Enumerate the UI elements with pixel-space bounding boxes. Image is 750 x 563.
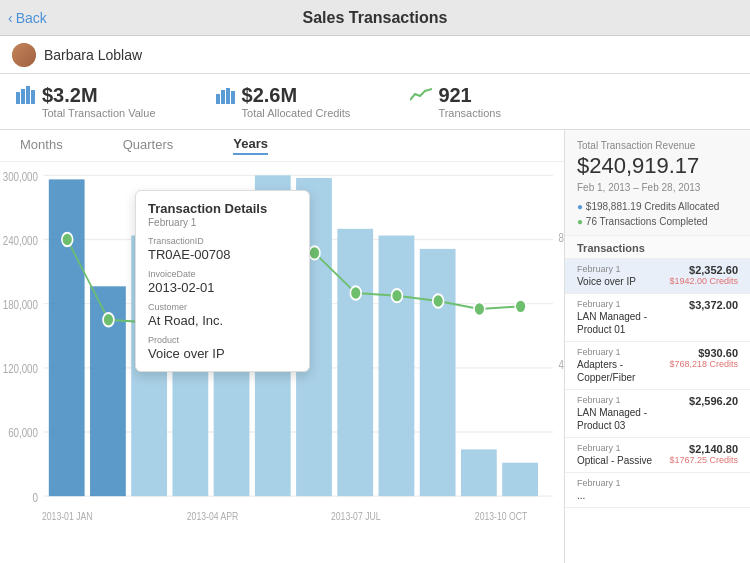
- tab-years[interactable]: Years: [233, 136, 268, 155]
- tx-dot: ●: [577, 216, 586, 227]
- transaction-list[interactable]: February 1 Voice over IP $2,352.60 $1942…: [565, 259, 750, 563]
- tx-credit-4: $1767.25 Credits: [669, 455, 738, 465]
- svg-rect-2: [26, 86, 30, 104]
- tx-item-1[interactable]: February 1 LAN Managed - Product 01 $3,3…: [565, 294, 750, 342]
- credits-amount: $2.6M: [242, 84, 351, 106]
- tx-date-5: February 1: [577, 478, 738, 488]
- svg-text:40: 40: [559, 358, 564, 371]
- tx-amount-0: $2,352.60: [669, 264, 738, 276]
- svg-text:2013-07 JUL: 2013-07 JUL: [331, 510, 381, 522]
- back-button[interactable]: ‹ Back: [8, 10, 47, 26]
- chart-area: Months Quarters Years 300,000 240,000 18…: [0, 130, 565, 563]
- main-content: Months Quarters Years 300,000 240,000 18…: [0, 130, 750, 563]
- transactions-count: 921: [438, 84, 501, 106]
- svg-text:2013-10 OCT: 2013-10 OCT: [475, 510, 528, 522]
- svg-rect-5: [221, 90, 225, 104]
- tx-name-4: Optical - Passive: [577, 454, 669, 467]
- svg-text:300,000: 300,000: [3, 170, 38, 183]
- tx-name-1: LAN Managed - Product 01: [577, 310, 683, 336]
- popup-field-label-0: TransactionID: [148, 236, 297, 246]
- tx-date-0: February 1: [577, 264, 669, 274]
- svg-text:240,000: 240,000: [3, 234, 38, 247]
- popup-field-label-2: Customer: [148, 302, 297, 312]
- chart-container: 300,000 240,000 180,000 120,000 60,000 0…: [0, 162, 564, 563]
- tx-item-3[interactable]: February 1 LAN Managed - Product 03 $2,5…: [565, 390, 750, 438]
- tx-date-4: February 1: [577, 443, 669, 453]
- tx-credit-2: $768,218 Credits: [669, 359, 738, 369]
- tx-amount-4: $2,140.80: [669, 443, 738, 455]
- tab-row: Months Quarters Years: [0, 130, 564, 162]
- stat-total-value: $3.2M Total Transaction Value: [16, 84, 156, 119]
- tx-amount-2: $930.60: [669, 347, 738, 359]
- svg-text:2013-04 APR: 2013-04 APR: [187, 510, 239, 522]
- tab-quarters[interactable]: Quarters: [123, 137, 174, 154]
- transactions-label: Transactions: [438, 107, 501, 119]
- bar-8[interactable]: [337, 229, 373, 496]
- popup-subtitle: February 1: [148, 217, 297, 228]
- tx-name-3: LAN Managed - Product 03: [577, 406, 683, 432]
- svg-rect-4: [216, 94, 220, 104]
- tx-date-1: February 1: [577, 299, 683, 309]
- tab-months[interactable]: Months: [20, 137, 63, 154]
- tx-name-5: ...: [577, 489, 738, 502]
- transactions-section-label: Transactions: [565, 236, 750, 259]
- total-value-label: Total Transaction Value: [42, 107, 156, 119]
- svg-point-29: [350, 286, 361, 299]
- tx-credit-0: $1942.00 Credits: [669, 276, 738, 286]
- revenue-value: $240,919.17: [577, 153, 738, 179]
- svg-rect-1: [21, 89, 25, 104]
- tx-item-4[interactable]: February 1 Optical - Passive $2,140.80 $…: [565, 438, 750, 473]
- svg-rect-6: [226, 88, 230, 104]
- transaction-popup: Transaction Details February 1 Transacti…: [135, 190, 310, 372]
- svg-point-30: [392, 289, 403, 302]
- avatar: [12, 43, 36, 67]
- tx-name-0: Voice over IP: [577, 275, 669, 288]
- revenue-stats: ● $198,881.19 Credits Allocated ● 76 Tra…: [577, 199, 738, 229]
- credits-stat: ● $198,881.19 Credits Allocated: [577, 199, 738, 214]
- tx-amount-3: $2,596.20: [683, 395, 738, 407]
- popup-field-label-1: InvoiceDate: [148, 269, 297, 279]
- popup-field-value-0: TR0AE-00708: [148, 247, 297, 262]
- trend-icon: [410, 86, 432, 107]
- right-panel: Total Transaction Revenue $240,919.17 Fe…: [565, 130, 750, 563]
- tx-item-5[interactable]: February 1 ...: [565, 473, 750, 508]
- popup-field-value-1: 2013-02-01: [148, 280, 297, 295]
- svg-text:80: 80: [559, 231, 564, 244]
- popup-field-value-3: Voice over IP: [148, 346, 297, 361]
- tx-name-2: Adapters - Copper/Fiber: [577, 358, 669, 384]
- svg-point-23: [103, 313, 114, 326]
- back-chevron-icon: ‹: [8, 10, 13, 26]
- stats-row: $3.2M Total Transaction Value $2.6M Tota…: [0, 74, 750, 130]
- credits-label: Total Allocated Credits: [242, 107, 351, 119]
- user-row: Barbara Loblaw: [0, 36, 750, 74]
- bar-1[interactable]: [49, 179, 85, 496]
- svg-point-22: [62, 233, 73, 246]
- tx-amount-1: $3,372.00: [683, 299, 738, 311]
- revenue-header: Total Transaction Revenue $240,919.17 Fe…: [565, 130, 750, 236]
- popup-field-value-2: At Road, Inc.: [148, 313, 297, 328]
- header: ‹ Back Sales Transactions: [0, 0, 750, 36]
- tx-item-0[interactable]: February 1 Voice over IP $2,352.60 $1942…: [565, 259, 750, 294]
- credits-dot: ●: [577, 201, 586, 212]
- bar-10[interactable]: [420, 249, 456, 496]
- tx-item-2[interactable]: February 1 Adapters - Copper/Fiber $930.…: [565, 342, 750, 390]
- svg-text:2013-01 JAN: 2013-01 JAN: [42, 510, 93, 522]
- user-name: Barbara Loblaw: [44, 47, 142, 63]
- bar-9[interactable]: [379, 236, 415, 497]
- svg-text:0: 0: [33, 491, 38, 504]
- svg-point-28: [309, 246, 320, 259]
- bar-12[interactable]: [502, 463, 538, 496]
- tx-date-2: February 1: [577, 347, 669, 357]
- popup-field-label-3: Product: [148, 335, 297, 345]
- back-label: Back: [16, 10, 47, 26]
- bar-11[interactable]: [461, 449, 497, 496]
- page-title: Sales Transactions: [303, 9, 448, 27]
- revenue-period: Feb 1, 2013 – Feb 28, 2013: [577, 182, 738, 193]
- avatar-image: [12, 43, 36, 67]
- stat-transactions: 921 Transactions: [410, 84, 501, 119]
- popup-title: Transaction Details: [148, 201, 297, 216]
- transactions-stat: ● 76 Transactions Completed: [577, 214, 738, 229]
- svg-rect-3: [31, 90, 35, 104]
- stat-credits: $2.6M Total Allocated Credits: [216, 84, 351, 119]
- svg-text:60,000: 60,000: [8, 426, 38, 439]
